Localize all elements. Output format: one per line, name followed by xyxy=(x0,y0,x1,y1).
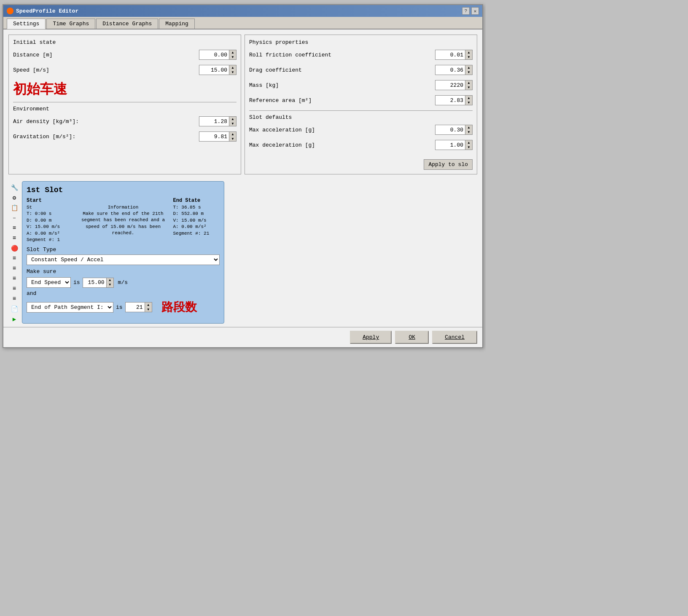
distance-spin-up[interactable]: ▲ xyxy=(229,50,236,55)
drag-coeff-label: Drag coefficient xyxy=(249,67,435,73)
sidebar-icon-8[interactable]: ≡ xyxy=(8,264,20,273)
sidebar-icon-5[interactable]: ≡ xyxy=(8,233,20,243)
sidebar-icon-0[interactable]: 🔧 xyxy=(8,183,20,192)
tab-time-graphs[interactable]: Time Graphs xyxy=(46,19,95,29)
speed-input[interactable] xyxy=(199,66,229,74)
air-density-input[interactable] xyxy=(199,118,229,126)
path-segment-annotation: 路段数 xyxy=(161,299,197,315)
mass-input-wrap: ▲ ▼ xyxy=(435,80,473,90)
speed-spin-down[interactable]: ▼ xyxy=(229,70,236,75)
mass-spin-down[interactable]: ▼ xyxy=(465,85,472,90)
end-speed-unit: m/s xyxy=(118,279,128,286)
end-speed-spin-down[interactable]: ▼ xyxy=(107,283,113,287)
sidebar-icon-11[interactable]: ≡ xyxy=(8,294,20,303)
ref-area-spin-up[interactable]: ▲ xyxy=(465,96,472,100)
sidebar-icon-6[interactable]: 🔴 xyxy=(8,244,20,253)
slot-start-col: Start StT: 0:00 sD: 0.00 mV: 15.00 m/sA:… xyxy=(27,198,73,243)
ok-button[interactable]: OK xyxy=(395,331,429,344)
max-accel-spin-up[interactable]: ▲ xyxy=(465,125,472,130)
cancel-button[interactable]: Cancel xyxy=(432,331,477,344)
roll-friction-spin-up[interactable]: ▲ xyxy=(465,50,472,55)
ref-area-spin-down[interactable]: ▼ xyxy=(465,100,472,105)
sidebar-icon-10[interactable]: ≡ xyxy=(8,284,20,293)
sidebar-icon-12[interactable]: 📄 xyxy=(8,304,20,313)
gravitation-spin-up[interactable]: ▲ xyxy=(229,132,236,137)
sidebar-icon-9[interactable]: ≡ xyxy=(8,274,20,283)
distance-input[interactable] xyxy=(199,51,229,59)
slot-start-body: StT: 0:00 sD: 0.00 mV: 15.00 m/sA: 0.00 … xyxy=(27,204,73,243)
sidebar-icon-1[interactable]: ⚙ xyxy=(8,193,20,202)
path-segment-spin-up[interactable]: ▲ xyxy=(145,303,152,307)
path-segment-input-wrap: ▲ ▼ xyxy=(125,302,152,312)
roll-friction-spinners: ▲ ▼ xyxy=(465,50,472,59)
slot-type-dropdown[interactable]: Constant Speed / Accel xyxy=(27,254,220,265)
help-button[interactable]: ? xyxy=(462,7,470,15)
end-speed-spin-up[interactable]: ▲ xyxy=(107,278,113,283)
max-decel-input[interactable] xyxy=(435,141,465,149)
drag-coeff-row: Drag coefficient ▲ ▼ xyxy=(249,65,473,75)
sidebar: 🔧 ⚙ 📋 — ≡ ≡ 🔴 ≡ ≡ ≡ ≡ ≡ 📄 ▶ xyxy=(7,181,22,324)
main-window: SpeedProfile Editor ? ✕ Settings Time Gr… xyxy=(3,4,483,348)
max-decel-spin-up[interactable]: ▲ xyxy=(465,140,472,145)
slot-info-header: Information xyxy=(77,204,170,211)
max-accel-spinners: ▲ ▼ xyxy=(465,125,472,134)
speed-spin-up[interactable]: ▲ xyxy=(229,65,236,70)
apply-to-slo-button[interactable]: Apply to slo xyxy=(424,159,473,170)
gravitation-spin-down[interactable]: ▼ xyxy=(229,137,236,141)
end-speed-row: End Speed is ▲ ▼ m/s xyxy=(27,277,220,288)
sidebar-icon-7[interactable]: ≡ xyxy=(8,254,20,263)
air-density-label: Air density [kg/m³]: xyxy=(13,118,199,125)
path-segment-dropdown[interactable]: End of Path Segment I: xyxy=(27,302,113,313)
drag-coeff-spin-down[interactable]: ▼ xyxy=(465,70,472,75)
end-speed-input[interactable] xyxy=(83,279,106,287)
distance-spin-down[interactable]: ▼ xyxy=(229,55,236,59)
path-segment-input[interactable] xyxy=(126,303,145,311)
roll-friction-row: Roll friction coefficient ▲ ▼ xyxy=(249,50,473,60)
end-speed-dropdown[interactable]: End Speed xyxy=(27,277,71,288)
max-decel-spin-down[interactable]: ▼ xyxy=(465,145,472,150)
title-bar-controls: ? ✕ xyxy=(462,7,479,15)
drag-coeff-spin-up[interactable]: ▲ xyxy=(465,65,472,70)
max-accel-label: Max acceleration [g] xyxy=(249,127,435,133)
make-sure-label: Make sure xyxy=(27,268,220,275)
tab-mapping[interactable]: Mapping xyxy=(159,19,195,29)
sidebar-icon-13[interactable]: ▶ xyxy=(8,314,20,324)
slot-info-message: Information Make sure the end of the 21t… xyxy=(77,198,170,243)
ref-area-input[interactable] xyxy=(435,96,465,104)
drag-coeff-input-wrap: ▲ ▼ xyxy=(435,65,473,75)
right-panel: Physics properties Roll friction coeffic… xyxy=(245,35,477,174)
sidebar-icon-2[interactable]: 📋 xyxy=(8,203,20,212)
close-button[interactable]: ✕ xyxy=(471,7,479,15)
mass-row: Mass [kg] ▲ ▼ xyxy=(249,80,473,90)
mass-input[interactable] xyxy=(435,81,465,89)
max-accel-input[interactable] xyxy=(435,126,465,134)
sidebar-icon-4[interactable]: ≡ xyxy=(8,223,20,233)
max-accel-input-wrap: ▲ ▼ xyxy=(435,125,473,135)
gravitation-input[interactable] xyxy=(199,133,229,141)
slot-info-row: Start StT: 0:00 sD: 0.00 mV: 15.00 m/sA:… xyxy=(27,198,220,243)
slot-end-header: End State xyxy=(173,198,220,204)
max-decel-label: Max deceleration [g] xyxy=(249,142,435,148)
tab-distance-graphs[interactable]: Distance Graphs xyxy=(96,19,158,29)
path-segment-spin-down[interactable]: ▼ xyxy=(145,307,152,312)
max-accel-spin-down[interactable]: ▼ xyxy=(465,130,472,134)
mass-label: Mass [kg] xyxy=(249,82,435,88)
roll-friction-input[interactable] xyxy=(435,51,465,59)
slot-end-body: T: 36.85 sD: 552.80 mV: 15.00 m/sA: 0.00… xyxy=(173,204,220,237)
ref-area-input-wrap: ▲ ▼ xyxy=(435,95,473,105)
apply-button[interactable]: Apply xyxy=(350,331,392,344)
air-density-spin-up[interactable]: ▲ xyxy=(229,117,236,121)
roll-friction-spin-down[interactable]: ▼ xyxy=(465,55,472,59)
path-segment-spinners: ▲ ▼ xyxy=(145,303,152,312)
gravitation-spinners: ▲ ▼ xyxy=(229,132,236,141)
air-density-spin-down[interactable]: ▼ xyxy=(229,121,236,126)
drag-coeff-input[interactable] xyxy=(435,66,465,74)
main-content: Initial state Distance [m] ▲ ▼ Speed [m/… xyxy=(3,29,482,179)
tab-settings[interactable]: Settings xyxy=(7,19,46,29)
slot-panel: 1st Slot Start StT: 0:00 sD: 0.00 mV: 15… xyxy=(22,181,224,324)
tab-bar: Settings Time Graphs Distance Graphs Map… xyxy=(3,17,482,29)
slot-start-header: Start xyxy=(27,198,73,204)
mass-spin-up[interactable]: ▲ xyxy=(465,80,472,85)
drag-coeff-spinners: ▲ ▼ xyxy=(465,65,472,75)
mass-spinners: ▲ ▼ xyxy=(465,80,472,90)
